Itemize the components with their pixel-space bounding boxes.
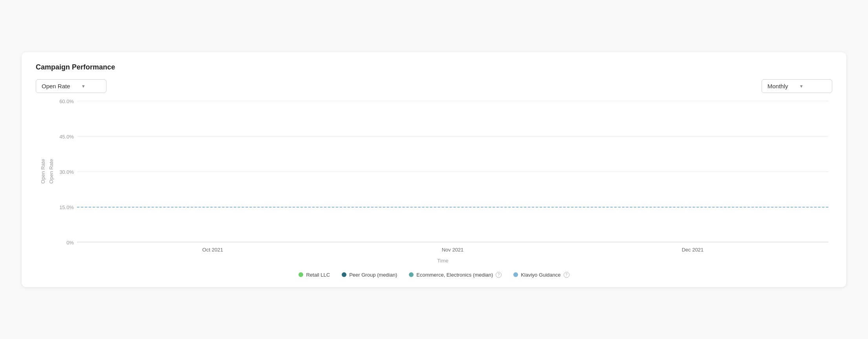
metric-dropdown-arrow: ▾: [82, 83, 85, 89]
x-label-nov: Nov 2021: [333, 246, 573, 253]
klaviyo-guidance-line: [77, 207, 828, 208]
legend-dot-ecommerce: [409, 272, 414, 277]
legend-item-klaviyo: Klaviyo Guidance ?: [513, 272, 569, 278]
legend-item-ecommerce: Ecommerce, Electronics (median) ?: [409, 272, 502, 278]
metric-dropdown-label: Open Rate: [42, 83, 70, 89]
chart-inner: 60.0% 45.0% 30.0% 15.0% 0%: [57, 101, 828, 242]
y-axis-label-text: Open Rate: [48, 159, 54, 184]
controls-row: Open Rate ▾ Monthly ▾: [36, 79, 832, 93]
legend-label-klaviyo: Klaviyo Guidance: [521, 272, 560, 278]
legend-label-peer: Peer Group (median): [349, 272, 397, 278]
x-labels: Oct 2021 Nov 2021 Dec 2021: [77, 246, 828, 253]
y-axis-label-wrapper: Open Rate: [39, 101, 64, 242]
bars-area: [77, 101, 828, 242]
chart-legend: Retail LLC Peer Group (median) Ecommerce…: [36, 272, 832, 278]
legend-dot-klaviyo: [513, 272, 518, 277]
y-label-0: 0%: [66, 239, 74, 245]
grid-line-0: 0%: [77, 242, 828, 242]
axis-bottom: [77, 242, 828, 242]
period-dropdown[interactable]: Monthly ▾: [762, 79, 832, 93]
legend-label-retail: Retail LLC: [306, 272, 330, 278]
period-dropdown-arrow: ▾: [800, 83, 803, 89]
x-axis-label: Time: [57, 257, 828, 264]
chart-area: Open Rate 60.0% 45.0% 30.0% 15.0%: [36, 101, 832, 266]
page-title: Campaign Performance: [36, 63, 832, 71]
x-label-dec: Dec 2021: [573, 246, 813, 253]
ecommerce-question-icon[interactable]: ?: [496, 272, 502, 278]
legend-label-ecommerce: Ecommerce, Electronics (median): [416, 272, 493, 278]
legend-dot-peer: [342, 272, 346, 277]
legend-item-peer: Peer Group (median): [342, 272, 397, 278]
legend-dot-retail: [298, 272, 303, 277]
period-dropdown-label: Monthly: [767, 83, 788, 89]
klaviyo-question-icon[interactable]: ?: [564, 272, 570, 278]
chart-container: 60.0% 45.0% 30.0% 15.0% 0%: [57, 101, 828, 242]
campaign-performance-card: Campaign Performance Open Rate ▾ Monthly…: [22, 52, 846, 287]
x-label-oct: Oct 2021: [93, 246, 333, 253]
legend-item-retail: Retail LLC: [298, 272, 330, 278]
metric-dropdown[interactable]: Open Rate ▾: [36, 79, 106, 93]
